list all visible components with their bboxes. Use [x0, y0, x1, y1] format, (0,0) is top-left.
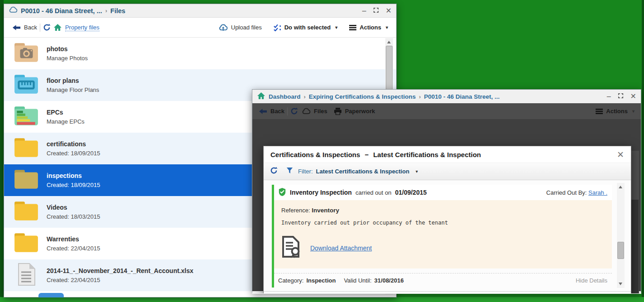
folder-icon — [13, 168, 39, 192]
folder-icon — [13, 200, 39, 224]
scrollbar-thumb[interactable] — [617, 242, 624, 259]
cert-toolbar: Back Files Paperwork Actions ▾ — [252, 103, 641, 119]
upload-cloud-icon — [218, 24, 228, 31]
home-icon — [257, 92, 265, 101]
modal-close-icon[interactable]: ✕ — [617, 149, 624, 160]
list-item-photos[interactable]: photosManage Photos — [4, 38, 396, 69]
scroll-up-icon[interactable] — [619, 186, 622, 188]
photos-folder-icon — [13, 42, 39, 65]
caret-down-icon: ▾ — [416, 169, 418, 174]
files-button[interactable]: Files — [302, 108, 327, 115]
toolbar-divider — [287, 107, 288, 115]
maximize-icon[interactable] — [618, 93, 624, 100]
refresh-icon — [290, 107, 298, 115]
filter-label: Filter: — [298, 168, 313, 175]
upload-files-button[interactable]: Upload files — [218, 24, 262, 31]
reference-value: Inventory — [312, 207, 339, 214]
files-window-titlebar[interactable]: P0010 - 46 Diana Street, ... › Files – ✕ — [4, 4, 396, 18]
close-icon[interactable]: ✕ — [630, 93, 636, 100]
modal-content: Inventory Inspection carried out on 01/0… — [264, 180, 631, 291]
modal-subtitle: Latest Certifications & Inspection — [373, 151, 481, 158]
actions-button[interactable]: Actions ▾ — [349, 24, 388, 31]
certifications-modal: Certifications & Inspections − Latest Ce… — [263, 146, 631, 293]
back-button[interactable]: Back — [259, 108, 284, 115]
files-toolbar: Back Property files Upload files Do with… — [4, 18, 396, 38]
document-icon — [13, 263, 39, 288]
close-icon[interactable]: ✕ — [386, 7, 392, 14]
attachment-icon — [281, 236, 301, 260]
inspection-card-body: Reference: Inventory Inventory carried o… — [274, 200, 612, 268]
cert-window-titlebar[interactable]: Dashboard › Expiring Certifications & In… — [252, 90, 641, 103]
caret-down-icon: ▾ — [335, 25, 337, 30]
scrollbar-thumb[interactable] — [631, 200, 639, 293]
refresh-button[interactable] — [290, 107, 298, 115]
back-arrow-icon — [12, 24, 21, 31]
toolbar-divider — [40, 24, 40, 32]
actions-button[interactable]: Actions ▾ — [596, 108, 635, 115]
download-attachment-link[interactable]: Download Attachment — [310, 244, 372, 252]
scroll-up-icon[interactable] — [387, 41, 391, 43]
shield-check-icon — [278, 187, 286, 198]
pagination-bar: Page of 1 Displaying 1 - 11 of 11 25 ▾ — [264, 291, 631, 293]
page-scrollbar[interactable] — [631, 151, 639, 293]
property-files-link[interactable]: Property files — [53, 24, 99, 31]
reference-label: Reference: — [281, 207, 310, 214]
refresh-button[interactable] — [43, 24, 51, 31]
breadcrumb-sep-icon: › — [419, 93, 421, 100]
refresh-button[interactable] — [270, 167, 278, 176]
caret-down-icon: ▾ — [632, 109, 635, 114]
category-label: Category: — [278, 277, 303, 284]
hamburger-icon — [349, 25, 356, 30]
inspection-date: 01/09/2015 — [395, 189, 426, 196]
certifications-window: Dashboard › Expiring Certifications & In… — [252, 89, 641, 294]
breadcrumb-property[interactable]: P0010 - 46 Diana Street, ... — [424, 93, 500, 100]
inspection-card-footer: Category: Inspection Valid Until: 31/08/… — [274, 273, 612, 288]
modal-filter-bar: Filter: Latest Certifications & Inspecti… — [264, 163, 631, 180]
scroll-down-icon[interactable] — [619, 283, 622, 285]
back-arrow-icon — [259, 108, 267, 115]
folder-icon — [38, 293, 64, 297]
carried-out-text: carried out on — [355, 189, 392, 196]
back-button[interactable]: Back — [12, 24, 37, 31]
cloud-icon — [9, 6, 18, 15]
minimize-icon[interactable]: – — [362, 7, 366, 14]
valid-until-label: Valid Until: — [344, 277, 371, 284]
maximize-icon[interactable] — [373, 7, 379, 14]
inspection-description: Inventory carried out prior occupancy of… — [281, 220, 605, 226]
filter-dropdown[interactable]: Latest Certifications & Inspection — [316, 168, 410, 175]
folder-icon — [13, 232, 39, 255]
breadcrumb-expiring[interactable]: Expiring Certifications & Inspections — [309, 93, 416, 100]
epc-folder-icon — [13, 105, 39, 129]
files-window-section: Files — [110, 7, 125, 14]
caret-down-icon: ▾ — [386, 25, 388, 30]
checklist-icon — [274, 24, 281, 31]
folder-icon — [13, 137, 39, 160]
filter-icon — [286, 167, 293, 176]
modal-header: Certifications & Inspections − Latest Ce… — [264, 146, 631, 163]
floor-plans-folder-icon — [13, 73, 39, 97]
valid-until-value: 31/08/2016 — [374, 277, 404, 284]
minimize-icon[interactable]: – — [607, 93, 611, 100]
desktop-edge-right — [642, 0, 644, 302]
breadcrumb-dashboard[interactable]: Dashboard — [269, 93, 301, 100]
files-window-title: P0010 - 46 Diana Street, ... — [21, 7, 102, 14]
inspection-card-header: Inventory Inspection carried out on 01/0… — [274, 185, 612, 200]
paperwork-button[interactable]: Paperwork — [334, 108, 375, 115]
carried-out-by-link[interactable]: Sarah . — [588, 189, 607, 196]
home-icon — [53, 24, 62, 31]
breadcrumb-sep-icon: › — [105, 7, 107, 14]
inspection-type: Inventory Inspection — [290, 189, 352, 196]
refresh-icon — [43, 24, 51, 31]
desktop-edge-left — [0, 0, 4, 302]
inspection-card: Inventory Inspection carried out on 01/0… — [272, 185, 612, 288]
hide-details-link[interactable]: Hide Details — [576, 277, 607, 284]
carried-out-by-label: Carried Out By: — [546, 189, 587, 196]
cert-window-content: Write a comment ... Maintenance issues C… — [252, 119, 641, 293]
printer-icon — [334, 108, 342, 115]
category-value: Inspection — [306, 277, 336, 284]
modal-title: Certifications & Inspections — [270, 151, 360, 158]
do-with-selected-button[interactable]: Do with selected ▾ — [274, 24, 338, 31]
desktop-edge-bottom — [0, 297, 644, 302]
modal-scrollbar[interactable] — [617, 183, 625, 288]
cloud-icon — [302, 108, 311, 115]
